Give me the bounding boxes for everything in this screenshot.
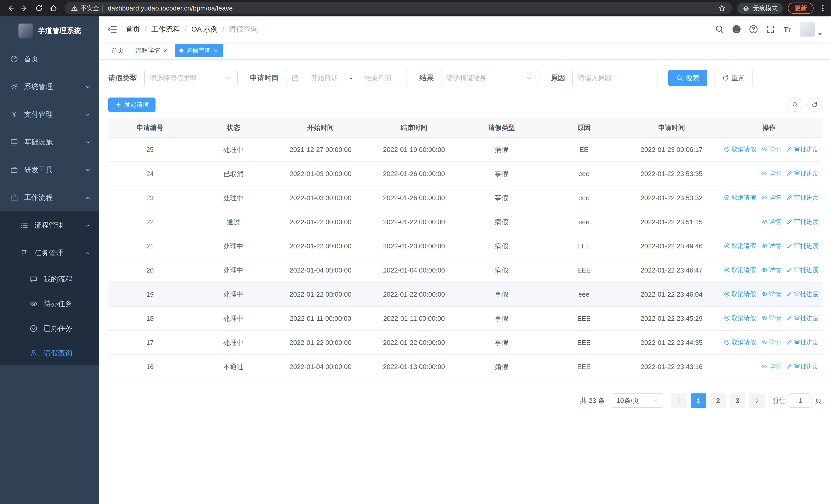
not-secure-warning-icon[interactable] — [71, 5, 78, 12]
goto-page-input[interactable]: 1 — [789, 393, 811, 408]
browser-home-icon[interactable] — [47, 2, 60, 14]
avatar[interactable] — [800, 22, 815, 37]
page-button-1[interactable]: 1 — [691, 393, 706, 408]
cancel-leave-link[interactable]: 取消请假 — [724, 266, 756, 274]
result-select[interactable]: 请选择流结果 — [441, 70, 539, 86]
pen-icon — [786, 291, 793, 297]
detail-link[interactable]: 详情 — [761, 338, 781, 347]
font-size-icon[interactable]: TT — [783, 25, 792, 34]
cancel-leave-link[interactable]: 取消请假 — [724, 290, 756, 298]
sidebar-item-工作流程[interactable]: 工作流程 — [0, 184, 99, 211]
sidebar-item-首页[interactable]: 首页 — [0, 45, 99, 73]
pagination: 共 23 条 10条/页 123 前往 1 页 — [108, 393, 822, 408]
sidebar-item-系统管理[interactable]: 系统管理 — [0, 73, 99, 100]
browser-back-icon[interactable] — [4, 2, 17, 14]
detail-link[interactable]: 详情 — [761, 194, 781, 202]
sidebar-item-label: 任务管理 — [34, 248, 63, 258]
prev-page-button[interactable] — [671, 393, 687, 408]
page-size-select[interactable]: 10条/页 — [612, 393, 663, 408]
detail-link[interactable]: 详情 — [761, 242, 781, 250]
cell-status: 处理中 — [192, 258, 275, 282]
search-button[interactable]: 搜索 — [668, 70, 707, 86]
cancel-leave-link[interactable]: 取消请假 — [724, 242, 756, 250]
briefcase-icon — [10, 194, 18, 202]
cell-reason: eee — [541, 162, 627, 186]
bookmark-star-icon[interactable] — [718, 4, 726, 12]
cancel-leave-link[interactable]: 取消请假 — [724, 338, 756, 347]
page-button-3[interactable]: 3 — [730, 393, 745, 408]
table-row: 21处理中2022-01-22 00:00:002022-01-23 00:00… — [108, 234, 822, 258]
detail-link[interactable]: 详情 — [761, 290, 781, 298]
sidebar-item-请假查询[interactable]: 请假查询 — [0, 341, 99, 365]
refresh-table-button[interactable] — [807, 97, 822, 112]
sidebar-item-待办任务[interactable]: 待办任务 — [0, 292, 99, 316]
browser-forward-icon[interactable] — [19, 2, 31, 14]
leave-type-select[interactable]: 请选择请假类型 — [144, 70, 238, 86]
help-icon[interactable] — [749, 25, 758, 34]
total-count: 共 23 条 — [580, 396, 605, 405]
address-bar[interactable]: 不安全 dashboard.yudao.iocoder.cn/bpm/oa/le… — [65, 2, 732, 14]
page-button-2[interactable]: 2 — [710, 393, 726, 408]
cell-leave-type: 病假 — [462, 138, 541, 162]
approval-progress-link[interactable]: 审批进度 — [786, 290, 819, 298]
leave-type-placeholder: 请选择请假类型 — [150, 73, 197, 83]
cancel-leave-link[interactable]: 取消请假 — [724, 314, 756, 322]
cancel-leave-link[interactable]: 取消请假 — [724, 194, 756, 202]
approval-progress-link[interactable]: 审批进度 — [786, 145, 819, 153]
sidebar-item-研发工具[interactable]: 研发工具 — [0, 156, 99, 184]
tab-close-icon[interactable]: × — [163, 47, 168, 54]
apply-time-range-picker[interactable]: 开始日期 - 结束日期 — [286, 70, 407, 86]
tab-请假查询[interactable]: 请假查询× — [175, 44, 223, 57]
search-icon[interactable] — [715, 25, 724, 34]
user-menu[interactable] — [800, 22, 823, 37]
reason-input[interactable]: 请输入原因 — [572, 70, 658, 86]
github-icon[interactable] — [732, 25, 741, 34]
pen-icon — [786, 363, 793, 369]
detail-link[interactable]: 详情 — [761, 217, 781, 226]
detail-link[interactable]: 详情 — [761, 169, 781, 178]
sidebar-toggle-icon[interactable] — [107, 24, 118, 34]
breadcrumb-item[interactable]: 首页 — [126, 24, 140, 34]
create-leave-button[interactable]: 发起请假 — [108, 97, 155, 112]
approval-progress-link[interactable]: 审批进度 — [786, 338, 819, 347]
sidebar-item-流程管理[interactable]: 流程管理 — [0, 211, 99, 239]
sidebar-item-我的流程[interactable]: 我的流程 — [0, 267, 99, 292]
reset-button[interactable]: 重置 — [714, 70, 753, 86]
approval-progress-link[interactable]: 审批进度 — [786, 194, 819, 202]
detail-link[interactable]: 详情 — [761, 362, 781, 370]
approval-progress-link[interactable]: 审批进度 — [786, 217, 819, 226]
sidebar-item-支付管理[interactable]: ¥支付管理 — [0, 100, 99, 128]
browser-reload-icon[interactable] — [33, 2, 45, 14]
active-tab-dot — [179, 49, 183, 53]
breadcrumb-item[interactable]: 工作流程 — [151, 24, 180, 34]
app-logo-row[interactable]: 芋道管理系统 — [0, 17, 99, 45]
approval-progress-link[interactable]: 审批进度 — [786, 169, 819, 178]
table-row: 25处理中2021-12-27 00:00:002022-01-19 00:00… — [108, 138, 822, 162]
tab-close-icon[interactable]: × — [213, 47, 218, 54]
approval-progress-link[interactable]: 审批进度 — [786, 266, 819, 274]
approval-progress-link[interactable]: 审批进度 — [786, 362, 819, 370]
sidebar-item-基础设施[interactable]: 基础设施 — [0, 128, 99, 156]
toggle-search-button[interactable] — [788, 97, 802, 112]
column-header: 请假类型 — [462, 118, 541, 138]
approval-progress-link[interactable]: 审批进度 — [786, 314, 819, 322]
browser-menu-icon[interactable] — [819, 4, 827, 12]
next-page-button[interactable] — [749, 393, 765, 408]
cancel-leave-link[interactable]: 取消请假 — [724, 145, 756, 153]
breadcrumb-item[interactable]: OA 示例 — [192, 24, 218, 34]
approval-progress-link[interactable]: 审批进度 — [786, 242, 819, 250]
tab-首页[interactable]: 首页 — [107, 44, 128, 57]
tab-流程详情[interactable]: 流程详情× — [131, 44, 172, 57]
sidebar-item-已办任务[interactable]: 已办任务 — [0, 316, 99, 341]
eye-icon — [761, 291, 767, 297]
pen-icon — [786, 243, 793, 249]
sidebar-item-label: 工作流程 — [24, 193, 53, 203]
cell-end-time: 2022-01-23 00:00:00 — [366, 234, 462, 258]
detail-link[interactable]: 详情 — [761, 266, 781, 274]
browser-update-button[interactable]: 更新 — [788, 3, 813, 14]
table-row: 24已取消2022-01-03 00:00:002022-01-26 00:00… — [108, 162, 822, 186]
detail-link[interactable]: 详情 — [761, 314, 781, 322]
fullscreen-icon[interactable] — [766, 25, 775, 34]
detail-link[interactable]: 详情 — [761, 145, 781, 153]
sidebar-item-任务管理[interactable]: 任务管理 — [0, 239, 99, 267]
